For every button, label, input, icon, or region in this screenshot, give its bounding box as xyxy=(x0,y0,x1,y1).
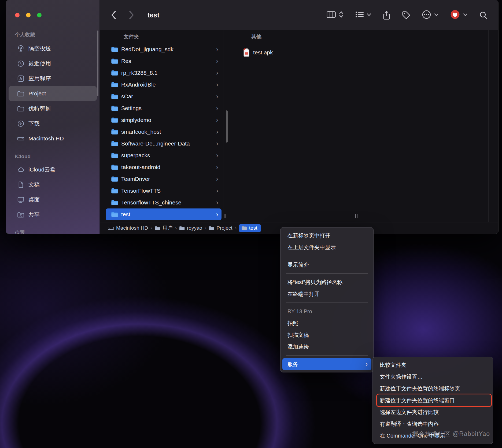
sidebar-item-label: 下载 xyxy=(28,120,40,127)
column-view: 文件夹 RedDot_jiguang_sdk›Res›rp_rk3288_8.1… xyxy=(100,30,498,222)
minimize-button[interactable] xyxy=(26,13,31,17)
folder-row[interactable]: superpacks› xyxy=(106,150,222,161)
folder-row[interactable]: TensorflowTTS_chinese› xyxy=(106,197,222,208)
back-button[interactable] xyxy=(110,10,116,20)
chevron-down-icon xyxy=(434,13,438,17)
breadcrumb-label: Macintosh HD xyxy=(116,225,148,231)
sidebar-item-shared[interactable]: 共享 xyxy=(9,207,97,222)
folder-row[interactable]: takeout-android› xyxy=(106,161,222,173)
folder-row[interactable]: sCar› xyxy=(106,91,222,102)
column-resize-handle[interactable] xyxy=(355,214,357,218)
sidebar: 个人收藏隔空投送最近使用应用程序Project优特智厨下载Macintosh H… xyxy=(6,0,100,234)
folder-row[interactable]: RxAndroidBle› xyxy=(106,79,222,91)
folder-name: RedDot_jiguang_sdk xyxy=(121,46,213,53)
menu-item-show-enclosing-folder[interactable]: 在上层文件夹中显示 xyxy=(282,241,371,253)
menu-item-new-terminal-tab-at-folder[interactable]: 新建位于文件夹位置的终端标签页 xyxy=(375,383,491,394)
share-button[interactable] xyxy=(383,11,390,20)
folder-row[interactable]: RedDot_jiguang_sdk› xyxy=(106,43,222,55)
view-switcher[interactable] xyxy=(327,11,344,19)
menu-item-label: 在新标签页中打开 xyxy=(287,232,368,239)
sidebar-item-label: 隔空投送 xyxy=(28,45,51,52)
sidebar-item-label: 共享 xyxy=(28,211,40,218)
sidebar-item-project[interactable]: Project xyxy=(9,86,97,101)
menu-item-open-new-tab[interactable]: 在新标签页中打开 xyxy=(282,230,371,241)
group-by-button[interactable] xyxy=(355,11,371,19)
menu-item-scan-documents[interactable]: 扫描文稿 xyxy=(282,329,371,341)
chevron-right-icon: › xyxy=(216,129,218,135)
sidebar-item-documents[interactable]: 文稿 xyxy=(9,177,97,192)
folder-row[interactable]: TensorFlowTTS› xyxy=(106,185,222,197)
chevron-down-icon xyxy=(463,13,467,17)
menu-item-new-terminal-window-at-folder[interactable]: 新建位于文件夹位置的终端窗口 xyxy=(375,394,491,406)
folder-row[interactable]: rp_rk3288_8.1› xyxy=(106,67,222,79)
folder-row[interactable]: test› xyxy=(106,208,222,220)
chevron-right-icon: › xyxy=(216,164,218,170)
folder-icon xyxy=(111,164,118,170)
folder-icon xyxy=(111,129,118,135)
sidebar-item-youtezhichu[interactable]: 优特智厨 xyxy=(9,101,97,116)
folder-name: Res xyxy=(121,58,213,64)
column-empty xyxy=(353,30,498,222)
menu-item-add-sketch[interactable]: 添加速绘 xyxy=(282,341,371,353)
breadcrumb-item[interactable]: Project xyxy=(209,225,232,231)
sidebar-item-downloads[interactable]: 下载 xyxy=(9,116,97,131)
cloud-icon xyxy=(17,166,24,173)
sidebar-item-label: Project xyxy=(28,90,46,97)
menu-item-select-left-folder-compare[interactable]: 选择左边文件夹进行比较 xyxy=(375,406,491,418)
column-resize-handle[interactable] xyxy=(224,214,226,218)
sidebar-item-icloud-drive[interactable]: iCloud云盘 xyxy=(9,162,97,177)
folder-name: RxAndroidBle xyxy=(121,81,213,88)
folder-row[interactable]: simplydemo› xyxy=(106,114,222,126)
sidebar-item-macintosh-hd[interactable]: Macintosh HD xyxy=(9,131,97,146)
menu-item-open-in-terminal[interactable]: 在终端中打开 xyxy=(282,288,371,300)
folder-icon xyxy=(111,200,118,206)
menu-item-take-photo[interactable]: 拍照 xyxy=(282,317,371,329)
zoom-button[interactable] xyxy=(37,13,42,17)
menu-item-services[interactable]: 服务› xyxy=(282,358,371,370)
toolbar: test xyxy=(100,0,498,30)
folder-row[interactable]: smartcook_host› xyxy=(106,126,222,138)
forward-button[interactable] xyxy=(129,10,135,20)
sidebar-item-label: 优特智厨 xyxy=(28,105,51,112)
group-icon xyxy=(355,11,364,19)
folder-icon xyxy=(111,152,118,158)
breadcrumb-item[interactable]: test xyxy=(239,224,261,232)
folder-row[interactable]: Settings› xyxy=(106,102,222,114)
finder-window: 个人收藏隔空投送最近使用应用程序Project优特智厨下载Macintosh H… xyxy=(6,0,499,234)
sidebar-item-airdrop[interactable]: 隔空投送 xyxy=(9,41,97,56)
sidebar-section-title: 个人收藏 xyxy=(6,28,99,41)
file-name: test.apk xyxy=(253,49,273,56)
tags-button[interactable] xyxy=(402,11,410,19)
chevron-right-icon: › xyxy=(235,225,236,231)
sidebar-item-desktop[interactable]: 桌面 xyxy=(9,192,97,207)
chevron-right-icon: › xyxy=(216,188,218,194)
close-button[interactable] xyxy=(15,13,20,17)
harddrive-icon xyxy=(17,135,24,142)
breadcrumb-label: Project xyxy=(216,225,232,231)
folder-row[interactable]: Software-De...ngineer-Data› xyxy=(106,138,222,150)
column-scrollbar[interactable] xyxy=(226,110,228,143)
chevron-right-icon: › xyxy=(216,105,218,111)
chevron-right-icon: › xyxy=(216,152,218,159)
file-row[interactable]: test.apk xyxy=(223,46,353,59)
extension-button[interactable] xyxy=(450,10,467,20)
menu-item-compare-folders[interactable]: 比较文件夹 xyxy=(375,359,491,371)
breadcrumb-item[interactable]: Macintosh HD xyxy=(108,225,148,231)
sidebar-item-applications[interactable]: 应用程序 xyxy=(9,71,97,86)
sidebar-item-recents[interactable]: 最近使用 xyxy=(9,56,97,71)
search-button[interactable] xyxy=(479,11,488,19)
menu-item-folder-actions-setup[interactable]: 文件夹操作设置… xyxy=(375,371,491,383)
menu-item-youdao-translate[interactable]: 有道翻译・查询选中内容 xyxy=(375,418,491,430)
menu-item-get-info[interactable]: 显示简介 xyxy=(282,259,371,271)
sidebar-scrollbar[interactable] xyxy=(97,31,98,96)
folder-icon xyxy=(111,105,118,111)
folder-row[interactable]: Res› xyxy=(106,55,222,67)
folder-small-icon xyxy=(241,226,247,230)
menu-item-copy-pathname[interactable]: 将“test”拷贝为路径名称 xyxy=(282,276,371,288)
breadcrumb-item[interactable]: royyao xyxy=(179,225,202,231)
folder-icon xyxy=(111,176,118,182)
more-actions-button[interactable] xyxy=(422,10,438,20)
chevron-right-icon: › xyxy=(216,140,218,147)
breadcrumb-item[interactable]: 用户 xyxy=(155,225,173,232)
folder-row[interactable]: TeamDriver› xyxy=(106,173,222,185)
